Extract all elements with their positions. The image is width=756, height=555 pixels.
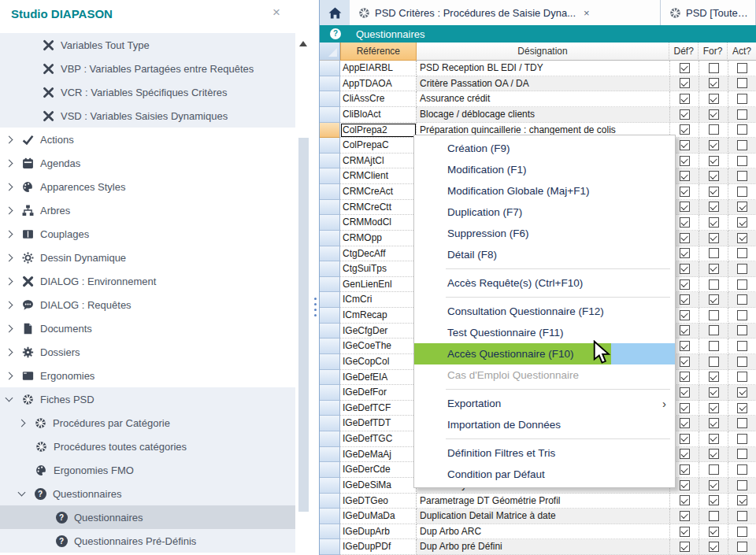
reference-cell[interactable]: CRMCreCtt <box>340 200 417 216</box>
context-menu-item[interactable]: Modification Globale (Maj+F1) <box>414 180 675 202</box>
def-checkbox[interactable] <box>680 434 690 444</box>
reference-cell[interactable]: IGeCfgDer <box>340 324 417 339</box>
for-checkbox[interactable] <box>709 511 719 521</box>
def-checkbox[interactable] <box>680 325 690 335</box>
reference-cell[interactable]: CRMModCl <box>340 215 417 231</box>
reference-cell[interactable]: CliAssCre <box>340 91 417 107</box>
def-checkbox[interactable] <box>680 187 690 197</box>
def-checkbox[interactable] <box>680 357 690 367</box>
context-menu-item[interactable]: Détail (F8) <box>414 244 675 265</box>
chevron-right-icon[interactable] <box>6 230 13 238</box>
panel-splitter[interactable] <box>312 0 319 555</box>
act-checkbox[interactable] <box>737 449 747 459</box>
act-checkbox[interactable] <box>737 341 747 351</box>
act-checkbox[interactable] <box>737 527 747 537</box>
column-header-for[interactable]: For? <box>699 43 728 61</box>
column-header-designation[interactable]: Désignation <box>417 43 669 61</box>
act-checkbox[interactable] <box>737 434 747 444</box>
def-checkbox[interactable] <box>680 310 690 320</box>
sidebar-item[interactable]: Arbres <box>0 198 295 222</box>
def-checkbox[interactable] <box>680 387 690 398</box>
context-menu-item[interactable]: Création (F9) <box>414 138 675 159</box>
scroll-up-icon[interactable] <box>299 41 307 46</box>
act-checkbox[interactable] <box>737 78 747 88</box>
designation-cell[interactable]: Assurance crédit <box>417 91 670 107</box>
def-checkbox[interactable] <box>680 63 690 73</box>
row-selector[interactable] <box>320 385 340 401</box>
act-checkbox[interactable] <box>737 124 747 135</box>
home-button[interactable] <box>320 0 350 25</box>
def-checkbox[interactable] <box>680 78 690 88</box>
row-selector[interactable] <box>320 154 340 169</box>
def-checkbox[interactable] <box>680 341 690 351</box>
def-checkbox[interactable] <box>680 495 690 505</box>
sidebar-close-icon[interactable]: × <box>272 5 280 20</box>
tab-psd-criteres[interactable]: PSD Critères : Procédures de Saisie Dyna… <box>350 0 661 25</box>
for-checkbox[interactable] <box>709 357 719 367</box>
row-selector[interactable] <box>320 509 340 524</box>
for-checkbox[interactable] <box>709 464 719 475</box>
sidebar-item[interactable]: ?Questionnaires <box>0 505 295 529</box>
act-checkbox[interactable] <box>737 480 747 490</box>
column-header-act[interactable]: Act? <box>728 43 756 61</box>
row-selector[interactable] <box>320 416 340 431</box>
for-checkbox[interactable] <box>709 140 719 150</box>
for-checkbox[interactable] <box>709 325 719 335</box>
def-checkbox[interactable] <box>680 94 690 104</box>
sidebar-item[interactable]: Ergonomies FMO <box>0 458 295 482</box>
act-checkbox[interactable] <box>737 372 747 382</box>
reference-cell[interactable]: IGeCopCol <box>340 354 417 370</box>
def-checkbox[interactable] <box>680 464 690 475</box>
sidebar-scrollbar[interactable] <box>297 33 310 555</box>
reference-cell[interactable]: IGeDefFor <box>340 385 417 401</box>
reference-cell[interactable]: IGeDTGeo <box>340 494 417 509</box>
row-selector[interactable] <box>320 370 340 386</box>
reference-cell[interactable]: IGeDefTGC <box>340 431 417 447</box>
sidebar-item[interactable]: Couplages <box>0 222 295 246</box>
for-checkbox[interactable] <box>709 418 719 428</box>
def-checkbox[interactable] <box>680 202 690 212</box>
row-selector[interactable] <box>320 324 340 339</box>
chevron-right-icon[interactable] <box>6 135 13 143</box>
reference-cell[interactable]: IGeDefTCF <box>340 401 417 416</box>
designation-cell[interactable]: Dup Arbo pré Défini <box>417 539 670 555</box>
chevron-right-icon[interactable] <box>6 206 13 214</box>
sidebar-item[interactable]: ?Questionnaires <box>0 482 295 505</box>
reference-cell[interactable]: IGeDupArb <box>340 524 417 540</box>
column-header-reference[interactable]: Référence <box>340 43 417 61</box>
designation-cell[interactable]: Dup Arbo ARC <box>417 524 670 540</box>
reference-cell[interactable]: IGeDeSiMa <box>340 478 417 494</box>
sidebar-item[interactable]: Actions <box>0 128 295 151</box>
act-checkbox[interactable] <box>737 217 747 228</box>
for-checkbox[interactable] <box>709 294 719 305</box>
reference-cell[interactable]: CtgDecAff <box>340 246 417 262</box>
def-checkbox[interactable] <box>680 418 690 428</box>
chevron-right-icon[interactable] <box>6 324 13 332</box>
sidebar-item[interactable]: VBP : Variables Partagées entre Requêtes <box>0 57 295 80</box>
row-selector[interactable] <box>320 231 340 246</box>
reference-cell[interactable]: CRMCreAct <box>340 184 417 200</box>
reference-cell[interactable]: AppEIARBL <box>340 61 417 76</box>
reference-cell[interactable]: ColPrepaC <box>340 138 417 154</box>
for-checkbox[interactable] <box>709 109 719 120</box>
row-selector[interactable] <box>320 524 340 540</box>
def-checkbox[interactable] <box>680 449 690 459</box>
chevron-right-icon[interactable] <box>18 419 26 427</box>
reference-cell[interactable]: IGeDupPDf <box>340 539 417 555</box>
act-checkbox[interactable] <box>737 464 747 475</box>
row-selector[interactable] <box>320 539 340 555</box>
for-checkbox[interactable] <box>709 202 719 212</box>
reference-cell[interactable]: ICmCri <box>340 292 417 308</box>
context-menu-item[interactable]: Condition par Défaut <box>414 464 675 485</box>
designation-cell[interactable]: Blocage / déblocage clients <box>417 107 670 123</box>
for-checkbox[interactable] <box>709 527 719 537</box>
reference-cell[interactable]: CliBloAct <box>340 107 417 123</box>
reference-cell[interactable]: AppTDAOA <box>340 76 417 92</box>
for-checkbox[interactable] <box>709 449 719 459</box>
for-checkbox[interactable] <box>709 156 719 166</box>
tab-close-icon[interactable]: × <box>584 7 590 19</box>
act-checkbox[interactable] <box>737 233 747 243</box>
act-checkbox[interactable] <box>737 264 747 274</box>
for-checkbox[interactable] <box>709 78 719 88</box>
context-menu-item[interactable]: Duplication (F7) <box>414 202 675 223</box>
